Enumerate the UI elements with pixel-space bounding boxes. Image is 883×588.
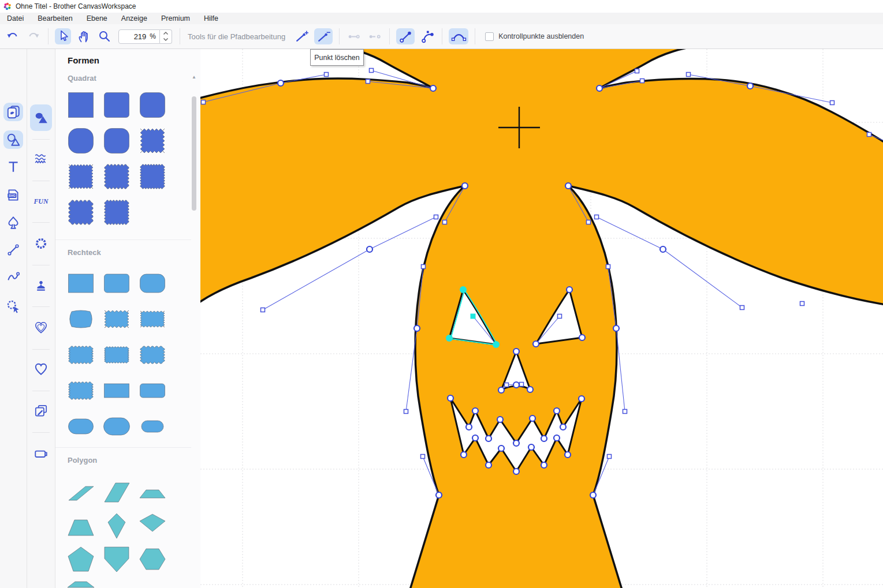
shape-parallelogram-thin[interactable]: [68, 479, 94, 505]
shape-pentagon[interactable]: [68, 546, 94, 572]
control-handle[interactable]: [867, 133, 871, 137]
shape-kite-vertical[interactable]: [103, 512, 130, 539]
anchor-point[interactable]: [590, 492, 596, 498]
zoom-level-input[interactable]: 219 %: [118, 29, 160, 44]
join-points-button[interactable]: [346, 28, 362, 44]
shape-rect-rounded-md[interactable]: [139, 270, 166, 297]
sidebar-item-rhinestone[interactable]: [3, 297, 23, 316]
selected-anchor-point[interactable]: [460, 286, 467, 293]
anchor-point[interactable]: [747, 83, 753, 89]
menu-bearbeiten[interactable]: Bearbeiten: [31, 13, 79, 24]
smooth-handles-button[interactable]: [449, 28, 468, 44]
control-handle[interactable]: [261, 308, 265, 312]
anchor-point[interactable]: [597, 85, 602, 91]
control-handle[interactable]: [422, 265, 426, 269]
anchor-point[interactable]: [541, 436, 547, 441]
selected-control-handle[interactable]: [471, 314, 476, 319]
shape-square-rounded-lg[interactable]: [68, 128, 94, 154]
zoom-increase-button[interactable]: [160, 30, 172, 37]
menu-ebene[interactable]: Ebene: [80, 13, 114, 24]
control-handle[interactable]: [421, 455, 425, 459]
menu-hilfe[interactable]: Hilfe: [197, 13, 225, 24]
shape-square-scallop-wavy[interactable]: [68, 199, 94, 226]
add-point-button[interactable]: [293, 28, 310, 44]
menu-anzeige[interactable]: Anzeige: [114, 13, 154, 24]
anchor-point[interactable]: [513, 382, 519, 388]
anchor-point[interactable]: [528, 444, 534, 450]
control-handle[interactable]: [505, 383, 509, 387]
category-item-tag[interactable]: [30, 440, 52, 467]
menu-datei[interactable]: Datei: [0, 13, 31, 24]
redo-button[interactable]: [25, 28, 42, 44]
shape-square-rounded-md[interactable]: [139, 92, 166, 118]
shape-rect-rounded-sm[interactable]: [103, 270, 130, 297]
anchor-point[interactable]: [461, 452, 467, 458]
anchor-point[interactable]: [486, 436, 491, 441]
select-tool-button[interactable]: [55, 28, 71, 44]
anchor-point[interactable]: [579, 335, 585, 340]
scroll-up-arrow[interactable]: ▲: [192, 74, 196, 80]
shape-hexagon[interactable]: [139, 546, 166, 572]
control-handle[interactable]: [740, 306, 744, 310]
anchor-point[interactable]: [448, 395, 453, 401]
shape-rect-thin-rounded[interactable]: [139, 377, 166, 404]
anchor-point[interactable]: [567, 287, 572, 293]
control-handle[interactable]: [595, 215, 599, 219]
control-handle[interactable]: [606, 265, 610, 269]
control-handle[interactable]: [366, 80, 370, 84]
canvas-area[interactable]: [200, 49, 883, 588]
control-handle[interactable]: [558, 314, 562, 319]
anchor-point[interactable]: [541, 462, 547, 468]
shape-rect-scallop-2[interactable]: [68, 377, 94, 404]
anchor-point[interactable]: [565, 183, 571, 189]
anchor-point[interactable]: [436, 492, 442, 498]
sidebar-item-svg-file[interactable]: SVG: [3, 186, 23, 204]
control-handle[interactable]: [434, 215, 438, 219]
anchor-point[interactable]: [462, 183, 468, 189]
anchor-point[interactable]: [497, 417, 503, 422]
control-handle[interactable]: [687, 73, 691, 77]
control-handle[interactable]: [404, 410, 408, 414]
shape-rect-zigzag[interactable]: [103, 306, 130, 332]
anchor-point[interactable]: [530, 415, 535, 421]
category-item-basic-shapes[interactable]: [30, 104, 52, 131]
control-handle[interactable]: [623, 410, 627, 414]
shape-rect-pill-small[interactable]: [139, 413, 166, 440]
anchor-point[interactable]: [554, 408, 560, 414]
sidebar-item-line[interactable]: [3, 241, 23, 259]
anchor-point[interactable]: [560, 424, 566, 430]
anchor-point[interactable]: [565, 452, 571, 458]
selected-anchor-point[interactable]: [446, 335, 453, 342]
shape-square-rounded-sm[interactable]: [103, 92, 130, 118]
category-item-heart[interactable]: [30, 356, 52, 383]
category-item-borders[interactable]: [30, 146, 52, 173]
delete-point-button[interactable]: [314, 28, 333, 44]
control-handle[interactable]: [202, 100, 206, 104]
anchor-point[interactable]: [367, 246, 372, 252]
anchor-point[interactable]: [430, 85, 436, 91]
anchor-point[interactable]: [533, 341, 539, 347]
control-handle[interactable]: [608, 455, 612, 459]
control-handle[interactable]: [830, 101, 834, 105]
control-handle[interactable]: [800, 302, 804, 306]
sidebar-item-spade[interactable]: [3, 214, 23, 232]
pan-tool-button[interactable]: [76, 28, 92, 44]
control-handle[interactable]: [443, 220, 447, 224]
anchor-point[interactable]: [472, 435, 478, 441]
hide-control-points-checkbox[interactable]: [485, 32, 494, 41]
anchor-point[interactable]: [579, 396, 584, 402]
shape-rect[interactable]: [68, 270, 94, 297]
control-handle[interactable]: [370, 69, 374, 73]
shape-rect-scallop-coarse[interactable]: [139, 342, 166, 368]
shape-rect-pill[interactable]: [68, 413, 94, 440]
control-handle[interactable]: [635, 69, 639, 73]
anchor-point[interactable]: [513, 349, 519, 354]
anchor-point[interactable]: [660, 246, 666, 252]
control-handle[interactable]: [640, 79, 644, 83]
anchor-point[interactable]: [513, 469, 519, 474]
anchor-point[interactable]: [414, 325, 420, 331]
shape-square[interactable]: [68, 92, 94, 118]
disconnect-points-button[interactable]: [367, 28, 383, 44]
shape-rect-zigzag-fine[interactable]: [139, 306, 166, 332]
shape-square-scallop-fine[interactable]: [139, 163, 166, 190]
